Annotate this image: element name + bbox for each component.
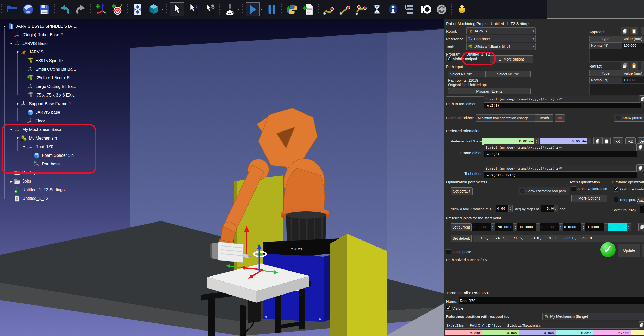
tree-item-25dia-tool[interactable]: .25dia x 1.5cut x 6L ... xyxy=(2,74,76,82)
tree-item-support-base-frame[interactable]: ▼Support Base Frame J... xyxy=(2,100,74,108)
pose-x-field[interactable]: 0.000 xyxy=(445,330,482,335)
measure-tool-icon[interactable] xyxy=(223,3,237,16)
move-tool-icon[interactable] xyxy=(203,3,216,16)
spinner[interactable] xyxy=(627,223,631,231)
path-offset-value-field[interactable]: rotZ(0) xyxy=(484,103,641,108)
reference-position-dropdown[interactable]: My Mechanism (flange) xyxy=(542,313,644,320)
toolbar-grip[interactable] xyxy=(318,4,319,15)
tree-item-jobs[interactable]: ▶Jobs xyxy=(2,177,31,185)
pause-simulation-icon[interactable] xyxy=(265,3,278,16)
frame-name-field[interactable]: Root RZ0 xyxy=(459,297,644,304)
expander-icon[interactable]: ▼ xyxy=(9,128,14,131)
pose-rx-field[interactable]: 0.000 xyxy=(556,330,593,335)
tool-offset-script-dropdown[interactable]: Script (mm,deg) transl(x,y,z)*rotz(rz)*.… xyxy=(484,165,642,172)
save-icon[interactable] xyxy=(38,3,51,16)
retract-value-cell[interactable]: 100.000 xyxy=(622,77,644,83)
expander-icon[interactable]: ▼ xyxy=(9,42,14,45)
copy-icon[interactable] xyxy=(621,62,629,70)
tree-item-my-mechanism[interactable]: ▼My Mechanism xyxy=(2,134,57,142)
show-estimated-toolpath-radio[interactable]: Show estimated tool path xyxy=(518,187,569,195)
copy-icon[interactable] xyxy=(638,223,644,231)
toolbar-grip[interactable] xyxy=(90,4,92,15)
tree-item-origin[interactable]: (Origin) Robot Base 2 xyxy=(2,31,63,39)
show-preferred-radio[interactable]: Show preferred xyxy=(614,114,644,122)
expander-icon[interactable]: ▼ xyxy=(22,145,27,149)
pose-z-field[interactable]: 0.000 xyxy=(519,330,556,335)
redo-icon[interactable] xyxy=(74,3,88,16)
toolbar-grip[interactable] xyxy=(1,4,3,15)
spinner[interactable] xyxy=(491,223,495,231)
tree-item-jarvis[interactable]: ▼JARVIS xyxy=(2,48,44,56)
clipped-button[interactable] xyxy=(641,62,644,70)
expander-icon[interactable]: ▼ xyxy=(15,102,20,106)
spinner[interactable] xyxy=(513,223,518,231)
joint-field-highlighted[interactable]: 0.0000 xyxy=(608,223,629,231)
joint-field[interactable]: 90.0000 xyxy=(517,223,538,231)
program-instructions-icon[interactable] xyxy=(402,3,416,16)
chevron-down-icon[interactable]: ▾ xyxy=(261,8,262,11)
joint-field[interactable]: 0.0000 xyxy=(563,223,584,231)
frame-offset-value-field[interactable]: rotZ(0) xyxy=(484,151,637,157)
undo-icon[interactable] xyxy=(58,3,71,16)
tree-item-large-cutting-bit[interactable]: Large Cutting Bit Ba... xyxy=(2,83,76,91)
remove-button[interactable] xyxy=(555,114,565,122)
add-program-icon[interactable] xyxy=(301,3,315,16)
pause-instruction-icon[interactable] xyxy=(370,3,384,16)
paste-icon[interactable] xyxy=(630,62,638,70)
tree-item-workspace[interactable]: ▶Workspace xyxy=(2,169,43,177)
tree-item-part-base[interactable]: Part base xyxy=(2,160,60,168)
tree-item-settings[interactable]: Untitled_1_T2 Settings xyxy=(2,186,65,194)
select-cursor-icon[interactable] xyxy=(170,2,184,16)
auto-button[interactable]: Auto xyxy=(637,197,644,204)
toolbar-grip[interactable] xyxy=(166,4,167,15)
chevron-down-icon[interactable]: ▾ xyxy=(238,8,239,11)
expander-icon[interactable]: ▶ xyxy=(9,179,14,183)
robot-dropdown[interactable]: JARVIS xyxy=(466,27,536,34)
approach-value-cell[interactable]: 100.000 xyxy=(622,42,644,49)
clipped-button[interactable] xyxy=(641,27,644,35)
toolbar-grip[interactable] xyxy=(451,4,453,15)
toolbar-grip[interactable] xyxy=(219,4,220,15)
tree-item-75-tool[interactable]: .75 x .75 x 3 x 6 EX-... xyxy=(2,91,76,99)
shift-turn-field[interactable] xyxy=(640,206,644,213)
3d-view-icon[interactable] xyxy=(147,3,160,16)
show-instructions-icon[interactable] xyxy=(386,3,400,16)
spinner[interactable] xyxy=(604,223,608,231)
copy-icon[interactable] xyxy=(639,321,644,329)
reference-dropdown[interactable]: Part base xyxy=(466,35,536,42)
visible-checkbox[interactable] xyxy=(446,306,451,311)
tree-item-floor[interactable]: Floor xyxy=(2,117,45,125)
tool-offset-value-field[interactable]: rotX(0)*rotY(0) xyxy=(484,172,637,178)
path-offset-script-dropdown[interactable]: Script (mm,deg) transl(x,y,z)*rotz(rz)*.… xyxy=(484,96,644,103)
set-default-joints-button[interactable]: Set default xyxy=(451,235,472,242)
spinner[interactable] xyxy=(508,205,513,212)
move-reference-icon[interactable] xyxy=(187,3,200,16)
spinner[interactable] xyxy=(581,223,586,231)
move-linear-instruction-icon[interactable] xyxy=(338,3,351,16)
auto-update-checkbox[interactable] xyxy=(446,249,451,254)
add-python-program-icon[interactable] xyxy=(285,3,299,16)
joint-field[interactable]: 0.0000 xyxy=(585,223,606,231)
tree-item-program[interactable]: Untitled_1_T2 xyxy=(2,195,48,202)
set-current-button[interactable]: Set current xyxy=(451,223,472,231)
tree-item-my-mechanism-base[interactable]: ▼My Mechanism Base xyxy=(2,126,61,134)
paste-icon[interactable] xyxy=(630,27,638,35)
more-options-button[interactable]: ☰More options xyxy=(490,55,533,63)
toolbar-grip[interactable] xyxy=(242,4,243,15)
chevron-down-icon[interactable]: ▾ xyxy=(162,8,163,11)
keep-pos-checkbox[interactable] xyxy=(614,197,618,202)
joint-field[interactable]: 0.0000 xyxy=(472,223,493,231)
toolbar-grip[interactable] xyxy=(127,4,128,15)
program-events-button[interactable]: Program Events xyxy=(448,88,531,94)
add-target-icon[interactable] xyxy=(110,3,124,16)
more-options-2-button[interactable]: More Options xyxy=(571,195,607,202)
pose-rz-field[interactable] xyxy=(631,330,644,335)
nc-file-dropdown[interactable]: Select NC file xyxy=(448,71,488,77)
tree-item-jarvis-base-object[interactable]: JARVIS base xyxy=(2,109,60,116)
optimize-turntable-checkbox[interactable] xyxy=(614,187,618,192)
move-circular-instruction-icon[interactable] xyxy=(354,3,368,16)
simulation-loop-icon[interactable] xyxy=(435,3,448,16)
export-simulation-icon[interactable] xyxy=(455,3,469,16)
algorithm-dropdown[interactable]: Minimum tool orientation change xyxy=(476,114,539,122)
fit-all-icon[interactable] xyxy=(131,3,144,16)
